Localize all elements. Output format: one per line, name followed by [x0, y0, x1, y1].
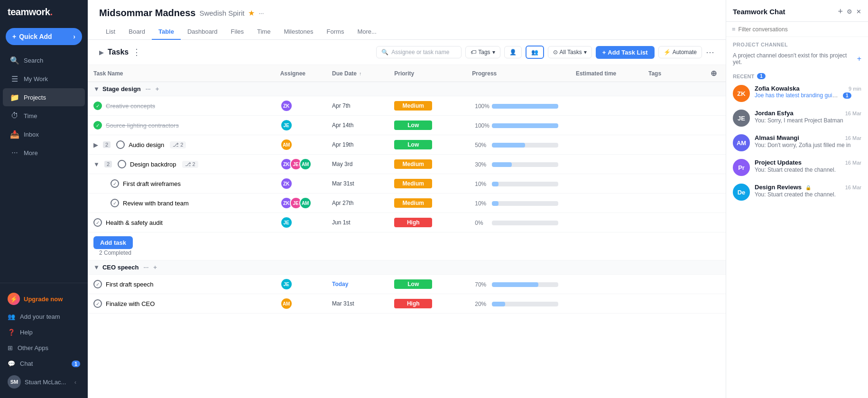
task-search-box[interactable]: 🔍 Assignee or task name — [376, 46, 462, 58]
progress-bar — [492, 123, 558, 128]
task-priority-cell: High — [388, 294, 466, 314]
task-name: Creative concepts — [106, 102, 155, 110]
section-ceo-speech: ▼ CEO speech ··· + — [88, 260, 726, 275]
section-toggle-stage-design[interactable]: ▼ — [93, 85, 100, 93]
project-more-button[interactable]: ··· — [259, 9, 264, 17]
filter-icon: ≡ — [732, 26, 736, 33]
tab-board[interactable]: Board — [122, 24, 152, 40]
task-complete-check[interactable]: ✓ — [111, 199, 119, 207]
section-toggle-ceo-speech[interactable]: ▼ — [93, 264, 100, 271]
table-row: ✓ Source lighting contractors JE Apr 14t… — [88, 116, 726, 135]
all-tasks-filter[interactable]: ⊙ All Tasks ▾ — [548, 46, 592, 58]
task-assignee-cell: JE — [275, 116, 326, 135]
task-complete-check[interactable] — [118, 160, 126, 168]
tags-filter-button[interactable]: 🏷 Tags ▾ — [465, 46, 500, 58]
favorite-icon[interactable]: ★ — [248, 9, 255, 18]
task-complete-check[interactable]: ✓ — [93, 299, 102, 308]
chat-time: 16 Mar — [845, 185, 861, 190]
priority-badge: Low — [394, 279, 432, 289]
tab-files[interactable]: Files — [224, 24, 250, 40]
sidebar-item-projects[interactable]: 📁 Projects — [3, 88, 85, 106]
toolbar-more-button[interactable]: ⋯ — [706, 47, 714, 57]
chat-settings-button[interactable]: ⚙ — [847, 8, 852, 15]
add-channel-button[interactable]: + — [857, 55, 861, 63]
progress-bar-fill — [492, 143, 525, 148]
tab-table[interactable]: Table — [152, 24, 181, 40]
table-row: ▶ 2 Audio design ⎇ 2 AM Apr 19th Low — [88, 135, 726, 155]
task-complete-check[interactable]: ✓ — [93, 102, 102, 110]
sidebar-item-my-work[interactable]: ☰ My Work — [3, 70, 85, 88]
task-complete-check[interactable] — [116, 140, 125, 149]
progress-text: 10% — [475, 181, 490, 187]
section-options-stage-design[interactable]: ··· — [146, 85, 151, 93]
search-icon: 🔍 — [10, 56, 19, 65]
tasks-options-button[interactable]: ⋮ — [132, 47, 141, 57]
subtask-count[interactable]: ⎇ 2 — [170, 141, 186, 148]
section-add-task-ceo-speech[interactable]: + — [153, 264, 157, 271]
chevron-down-icon: ▾ — [584, 49, 587, 56]
add-team-button[interactable]: 👥 Add your team — [0, 309, 88, 324]
task-est-cell — [570, 275, 643, 294]
chat-item-almasi[interactable]: AM Almasi Mwangi 16 Mar You: Don't worry… — [726, 130, 868, 155]
task-add-cell — [705, 155, 726, 174]
add-tasklist-button[interactable]: + Add Task List — [596, 46, 655, 59]
toolbar-left: ▶ Tasks ⋮ — [99, 47, 141, 57]
task-complete-check[interactable]: ✓ — [93, 280, 102, 288]
sidebar-item-more[interactable]: ··· More — [3, 144, 85, 162]
section-options-ceo-speech[interactable]: ··· — [143, 264, 148, 271]
upgrade-button[interactable]: ⚡ Upgrade now — [0, 289, 88, 309]
chat-close-button[interactable]: ✕ — [856, 8, 861, 15]
assignee-filter-button[interactable]: 👤 — [504, 46, 522, 58]
subtask-collapse-icon[interactable]: ▼ — [93, 161, 100, 168]
tab-more[interactable]: More... — [351, 24, 383, 40]
chat-item-project-updates[interactable]: Pr Project Updates 16 Mar You: Stuart cr… — [726, 155, 868, 180]
chat-header: Teamwork Chat + ⚙ ✕ — [726, 0, 868, 22]
progress-text: 100% — [475, 122, 490, 129]
th-add-column[interactable]: ⊕ — [705, 65, 726, 82]
task-due-cell: Jun 1st — [326, 213, 388, 232]
sidebar-item-search[interactable]: 🔍 Search — [3, 51, 85, 69]
task-complete-check[interactable]: ✓ — [93, 121, 102, 130]
help-button[interactable]: ❓ Help — [0, 324, 88, 340]
user-profile[interactable]: SM Stuart McLac... ‹ — [0, 371, 88, 392]
chat-filter-input[interactable] — [739, 26, 862, 33]
task-complete-check[interactable]: ✓ — [93, 218, 102, 227]
task-est-cell — [570, 213, 643, 232]
quick-add-button[interactable]: + Quick Add › — [6, 28, 82, 45]
chat-button[interactable]: 💬 Chat 1 — [0, 356, 88, 371]
subtask-count[interactable]: ⎇ 2 — [182, 161, 198, 168]
sidebar-item-time[interactable]: ⏱ Time — [3, 107, 85, 125]
chat-add-button[interactable]: + — [838, 7, 843, 17]
tab-forms[interactable]: Forms — [320, 24, 351, 40]
add-task-button[interactable]: Add task — [93, 236, 133, 249]
task-add-cell — [705, 96, 726, 116]
th-progress: Progress — [466, 65, 570, 82]
sidebar-item-inbox[interactable]: 📥 Inbox — [3, 125, 85, 143]
task-assignee-cell: AM — [275, 135, 326, 155]
table-header: Task Name Assignee Due Date ↑ Priority P… — [88, 65, 726, 82]
task-due-cell: Mar 31st — [326, 174, 388, 194]
section-add-task-stage-design[interactable]: + — [156, 85, 159, 93]
avatar: AM — [299, 158, 312, 170]
task-due-cell: Today — [326, 275, 388, 294]
chat-item-jordan[interactable]: JE Jordan Esfya 16 Mar You: Sorry, I mea… — [726, 106, 868, 130]
chat-info: Jordan Esfya 16 Mar You: Sorry, I meant … — [755, 110, 861, 124]
chat-item-design-reviews[interactable]: De Design Reviews 🔒 16 Mar You: Stuart c… — [726, 180, 868, 204]
expand-tasks-icon[interactable]: ▶ — [99, 49, 104, 56]
task-est-cell — [570, 116, 643, 135]
tab-milestones[interactable]: Milestones — [277, 24, 320, 40]
tab-list[interactable]: List — [99, 24, 122, 40]
task-due-cell: May 3rd — [326, 155, 388, 174]
tab-time[interactable]: Time — [250, 24, 277, 40]
other-apps-button[interactable]: ⊞ Other Apps — [0, 340, 88, 356]
task-complete-check[interactable]: ✓ — [111, 179, 119, 188]
th-due-date[interactable]: Due Date ↑ — [326, 65, 388, 82]
group-filter-button[interactable]: 👥 — [526, 46, 544, 59]
avatar: JE — [280, 119, 293, 131]
tab-dashboard[interactable]: Dashboard — [181, 24, 224, 40]
subtask-expand-icon[interactable]: ▶ — [93, 141, 98, 148]
upgrade-icon: ⚡ — [8, 293, 20, 305]
automate-button[interactable]: ⚡ Automate — [658, 46, 702, 58]
collapse-sidebar-button[interactable]: ‹ — [71, 377, 80, 387]
chat-item-zofia[interactable]: ZK Zofia Kowalska 9 min Joe has the late… — [726, 81, 868, 106]
